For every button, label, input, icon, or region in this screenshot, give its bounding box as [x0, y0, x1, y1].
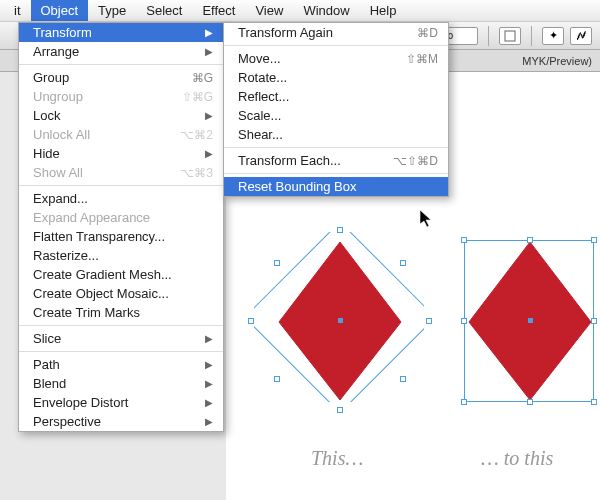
chevron-right-icon: ▶ [205, 148, 213, 159]
menu-item-label: Scale... [238, 108, 281, 123]
object-menu-item[interactable]: Create Object Mosaic... [19, 284, 223, 303]
object-menu-item: Ungroup⇧⌘G [19, 87, 223, 106]
menu-item-label: Create Object Mosaic... [33, 286, 169, 301]
menu-separator [224, 173, 448, 174]
object-menu-item[interactable]: Lock▶ [19, 106, 223, 125]
menu-shortcut: ⇧⌘G [182, 90, 213, 104]
chevron-right-icon: ▶ [205, 378, 213, 389]
menu-separator [224, 147, 448, 148]
object-menu-item[interactable]: Hide▶ [19, 144, 223, 163]
menu-item-label: Transform Each... [238, 153, 341, 168]
menu-item-label: Perspective [33, 414, 101, 429]
menubar-item-window[interactable]: Window [293, 0, 359, 21]
menu-shortcut: ⌘D [417, 26, 438, 40]
object-menu-item[interactable]: Path▶ [19, 355, 223, 374]
menu-item-label: Path [33, 357, 60, 372]
chevron-right-icon: ▶ [205, 110, 213, 121]
transform-submenu-item[interactable]: Move...⇧⌘M [224, 49, 448, 68]
menu-shortcut: ⌥⇧⌘D [393, 154, 438, 168]
doc-mode-label: MYK/Preview) [522, 55, 592, 67]
menubar: itObjectTypeSelectEffectViewWindowHelp [0, 0, 600, 22]
menu-separator [224, 45, 448, 46]
menu-item-label: Expand... [33, 191, 88, 206]
menu-item-label: Group [33, 70, 69, 85]
object-menu-item[interactable]: Group⌘G [19, 68, 223, 87]
menu-item-label: Transform [33, 25, 92, 40]
object-menu-item[interactable]: Expand... [19, 189, 223, 208]
object-menu-item[interactable]: Envelope Distort▶ [19, 393, 223, 412]
chevron-right-icon: ▶ [205, 359, 213, 370]
divider [531, 26, 532, 46]
menubar-item-object[interactable]: Object [31, 0, 89, 21]
menu-item-label: Rasterize... [33, 248, 99, 263]
menubar-item-view[interactable]: View [245, 0, 293, 21]
menu-item-label: Create Gradient Mesh... [33, 267, 172, 282]
transform-submenu-item[interactable]: Reflect... [224, 87, 448, 106]
object-menu-item[interactable]: Transform▶ [19, 23, 223, 42]
object-menu-item[interactable]: Flatten Transparency... [19, 227, 223, 246]
chevron-right-icon: ▶ [205, 397, 213, 408]
menu-shortcut: ⇧⌘M [406, 52, 438, 66]
menu-shortcut: ⌥⌘2 [180, 128, 213, 142]
transform-submenu-item[interactable]: Reset Bounding Box [224, 177, 448, 196]
menu-item-label: Unlock All [33, 127, 90, 142]
object-menu-item: Show All⌥⌘3 [19, 163, 223, 182]
tool-button-check[interactable]: 🗲 [570, 27, 592, 45]
menu-item-label: Show All [33, 165, 83, 180]
menu-item-label: Slice [33, 331, 61, 346]
menu-item-label: Rotate... [238, 70, 287, 85]
menubar-item-help[interactable]: Help [360, 0, 407, 21]
menubar-item-select[interactable]: Select [136, 0, 192, 21]
menubar-item-type[interactable]: Type [88, 0, 136, 21]
chevron-right-icon: ▶ [205, 333, 213, 344]
tool-button-wand[interactable]: ✦ [542, 27, 564, 45]
object-menu-item[interactable]: Blend▶ [19, 374, 223, 393]
menu-item-label: Blend [33, 376, 66, 391]
menu-item-label: Reset Bounding Box [238, 179, 357, 194]
object-menu-item[interactable]: Rasterize... [19, 246, 223, 265]
tool-button-1[interactable] [499, 27, 521, 45]
menu-item-label: Move... [238, 51, 281, 66]
transform-submenu-item[interactable]: Transform Each...⌥⇧⌘D [224, 151, 448, 170]
object-menu-item: Unlock All⌥⌘2 [19, 125, 223, 144]
svg-marker-4 [420, 210, 431, 227]
object-menu-item: Expand Appearance [19, 208, 223, 227]
object-menu-item[interactable]: Create Trim Marks [19, 303, 223, 322]
menu-item-label: Flatten Transparency... [33, 229, 165, 244]
menu-separator [19, 325, 223, 326]
transform-submenu: Transform Again⌘DMove...⇧⌘MRotate...Refl… [223, 22, 449, 197]
menu-separator [19, 185, 223, 186]
menu-item-label: Reflect... [238, 89, 289, 104]
chevron-right-icon: ▶ [205, 46, 213, 57]
object-menu-item[interactable]: Perspective▶ [19, 412, 223, 431]
menu-shortcut: ⌘G [192, 71, 213, 85]
caption-left: This… [311, 447, 363, 470]
menu-item-label: Envelope Distort [33, 395, 128, 410]
transform-submenu-item[interactable]: Rotate... [224, 68, 448, 87]
transform-submenu-item[interactable]: Transform Again⌘D [224, 23, 448, 42]
menu-separator [19, 64, 223, 65]
menu-item-label: Lock [33, 108, 60, 123]
menubar-item-it[interactable]: it [4, 0, 31, 21]
menu-item-label: Arrange [33, 44, 79, 59]
menu-shortcut: ⌥⌘3 [180, 166, 213, 180]
transform-submenu-item[interactable]: Shear... [224, 125, 448, 144]
transform-submenu-item[interactable]: Scale... [224, 106, 448, 125]
chevron-right-icon: ▶ [205, 27, 213, 38]
menu-item-label: Expand Appearance [33, 210, 150, 225]
caption-right: … to this [481, 447, 553, 470]
divider [488, 26, 489, 46]
object-menu-item[interactable]: Create Gradient Mesh... [19, 265, 223, 284]
menu-item-label: Create Trim Marks [33, 305, 140, 320]
cursor-icon [420, 210, 434, 228]
chevron-right-icon: ▶ [205, 416, 213, 427]
menu-item-label: Ungroup [33, 89, 83, 104]
menubar-item-effect[interactable]: Effect [192, 0, 245, 21]
menu-item-label: Shear... [238, 127, 283, 142]
svg-rect-0 [505, 31, 515, 41]
menu-item-label: Transform Again [238, 25, 333, 40]
object-menu-item[interactable]: Arrange▶ [19, 42, 223, 61]
menu-separator [19, 351, 223, 352]
object-menu-item[interactable]: Slice▶ [19, 329, 223, 348]
menu-item-label: Hide [33, 146, 60, 161]
